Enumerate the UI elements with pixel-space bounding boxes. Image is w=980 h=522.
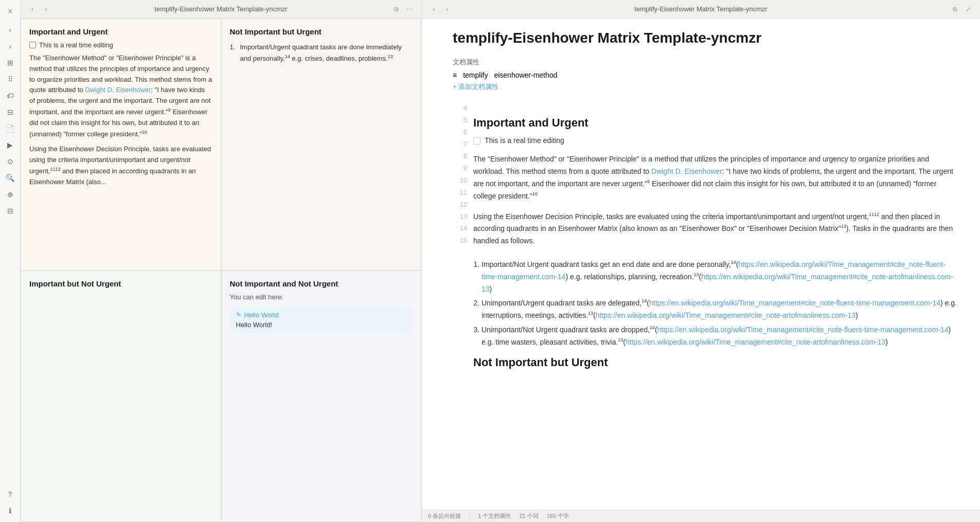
hello-world-content: Hello World! [236, 321, 407, 329]
right-forward-btn[interactable]: › [441, 4, 453, 15]
tag-value: eisenhower-method [494, 71, 557, 79]
left-pane-header: ‹ › templify-Eisenhower Matrix Template-… [21, 0, 421, 19]
left-pane: ‹ › templify-Eisenhower Matrix Template-… [21, 0, 422, 522]
left-back-btn[interactable]: ‹ [27, 4, 38, 15]
doc-list-item-4: Unimportant/Not Urgent quadrant tasks ar… [482, 324, 959, 349]
cell-title-not-important-not-urgent: Not Important and Not Urgent [230, 279, 413, 288]
bookmark-icon[interactable]: ⊕ [3, 187, 17, 202]
pencil-icon: ✎ [236, 311, 241, 318]
right-pane-title: templify-Eisenhower Matrix Template-yncm… [457, 5, 945, 13]
main-area: ‹ › templify-Eisenhower Matrix Template-… [21, 0, 980, 522]
realtime-checkbox[interactable] [29, 42, 36, 48]
cell-list-1: Important/Urgent quadrant tasks are done… [230, 41, 413, 65]
grid-icon[interactable]: ⊞ [3, 56, 17, 70]
cell-body-2: Using the Eisenhower Decision Principle,… [29, 144, 212, 188]
file-icon[interactable]: 📄 [3, 121, 17, 136]
matrix-cell-not-important-not-urgent: Not Important and Not Urgent You can edi… [221, 271, 422, 523]
layers-icon[interactable]: ⊟ [3, 105, 17, 119]
doc-meta-label: 文档属性 [453, 58, 959, 67]
doc-h2-not-important-urgent: Not Important but Urgent [473, 355, 959, 371]
doc-link-wiki-6[interactable]: https://en.wikipedia.org/wiki/Time_manag… [626, 338, 885, 346]
left-nav: ‹ › [27, 4, 51, 15]
status-sync: 0 条反向链接 [428, 512, 461, 520]
status-bar: 0 条反向链接 1 个文档属性 21 个词 160 个字 [422, 510, 980, 522]
tag-icon: ≡ [453, 71, 457, 79]
cell-title-important-not-urgent: Important but Not Urgent [29, 279, 212, 288]
cell-title-important-urgent: Important and Urgent [29, 27, 212, 36]
tag-icon[interactable]: 🏷 [3, 88, 17, 103]
checkbox-row-1: This is a real time editing [29, 41, 212, 49]
cell-body-1: The "Eisenhower Method" or "Eisenhower P… [29, 53, 212, 140]
doc-link-wiki-3[interactable]: https://en.wikipedia.org/wiki/Time_manag… [649, 299, 940, 307]
line-numbers: 4 5 6 7 8 9 10 11 12 1 [453, 102, 473, 373]
doc-tags: ≡ templify eisenhower-method [453, 71, 959, 79]
doc-link-wiki-5[interactable]: https://en.wikipedia.org/wiki/Time_manag… [657, 326, 949, 334]
status-divider-1 [469, 512, 470, 520]
hello-world-title: ✎ Hello World [236, 311, 407, 319]
status-docs: 1 个文档属性 [478, 512, 511, 520]
add-attr-btn[interactable]: + 添加文档属性 [453, 82, 959, 92]
doc-para-1: The "Eisenhower Method" or "Eisenhower P… [473, 153, 959, 202]
doc-content: templify-Eisenhower Matrix Template-yncm… [422, 19, 980, 510]
right-expand-btn[interactable]: ⤢ [963, 4, 974, 15]
eisenhower-link[interactable]: Dwight D. Eisenhower [85, 86, 151, 94]
doc-body: Important and Urgent This is a real time… [473, 102, 959, 373]
forward-icon[interactable]: › [3, 39, 17, 53]
matrix-grid: Important and Urgent This is a real time… [21, 19, 421, 522]
left-pane-title: templify-Eisenhower Matrix Template-yncm… [56, 5, 386, 13]
info-icon[interactable]: ℹ [3, 503, 17, 518]
doc-list-item-2: Important/Not Urgent quadrant tasks get … [482, 259, 959, 295]
doc-list-item-3: Unimportant/Urgent quadrant tasks are de… [482, 297, 959, 322]
right-nav: ‹ › [428, 4, 453, 15]
close-icon[interactable]: ✕ [3, 4, 17, 19]
settings-circle-icon[interactable]: ⊙ [3, 154, 17, 169]
right-copy-btn[interactable]: ⧉ [949, 4, 960, 15]
tag-name: templify [463, 71, 488, 79]
more-btn[interactable]: ⋯ [404, 4, 415, 15]
sidebar: ✕ ‹ › ⊞ ⠿ 🏷 ⊟ 📄 ▶ ⊙ 🔍 ⊕ ⊟ ? ℹ [0, 0, 21, 522]
right-pane: ‹ › templify-Eisenhower Matrix Template-… [422, 0, 980, 522]
copy-btn[interactable]: ⧉ [390, 4, 402, 15]
search-icon[interactable]: 🔍 [3, 171, 17, 185]
doc-checkbox-label: This is a real time editing [485, 134, 564, 147]
left-pane-actions: ⧉ ⋯ [390, 4, 415, 15]
checkbox-label-1: This is a real time editing [39, 41, 113, 49]
hello-world-heading: Hello World [244, 311, 279, 319]
hello-world-block: ✎ Hello World Hello World! [230, 307, 413, 333]
doc-list: Important/Not Urgent quadrant tasks get … [482, 259, 959, 349]
right-pane-header: ‹ › templify-Eisenhower Matrix Template-… [422, 0, 980, 19]
matrix-cell-not-important-urgent: Not Important but Urgent Important/Urgen… [221, 19, 422, 271]
play-icon[interactable]: ▶ [3, 138, 17, 152]
list-item-1: Important/Urgent quadrant tasks are done… [230, 41, 413, 65]
doc-link-wiki-4[interactable]: https://en.wikipedia.org/wiki/Time_manag… [596, 311, 856, 319]
left-forward-btn[interactable]: › [40, 4, 51, 15]
help-icon[interactable]: ? [3, 487, 17, 501]
doc-eisenhower-link[interactable]: Dwight D. Eisenhower [651, 167, 722, 175]
status-chars: 160 个字 [547, 512, 569, 520]
matrix-cell-important-not-urgent: Important but Not Urgent [21, 271, 221, 523]
doc-title: templify-Eisenhower Matrix Template-yncm… [453, 29, 959, 47]
right-back-btn[interactable]: ‹ [428, 4, 439, 15]
doc-para-2: Using the Eisenhower Decision Principle,… [473, 211, 959, 247]
doc-checkbox-row: This is a real time editing [473, 134, 959, 147]
cell-edit-note: You can edit here: [230, 293, 413, 301]
doc-h2-important-urgent: Important and Urgent [473, 115, 959, 131]
cell-title-not-important-urgent: Not Important but Urgent [230, 27, 413, 36]
back-icon[interactable]: ‹ [3, 23, 17, 37]
apps-icon[interactable]: ⠿ [3, 72, 17, 86]
status-words: 21 个词 [519, 512, 538, 520]
matrix-cell-important-urgent: Important and Urgent This is a real time… [21, 19, 221, 271]
doc-checkbox[interactable] [473, 137, 480, 145]
right-pane-actions: ⧉ ⤢ [949, 4, 974, 15]
line-number-content: 4 5 6 7 8 9 10 11 12 1 [453, 102, 959, 373]
inbox-icon[interactable]: ⊟ [3, 204, 17, 218]
